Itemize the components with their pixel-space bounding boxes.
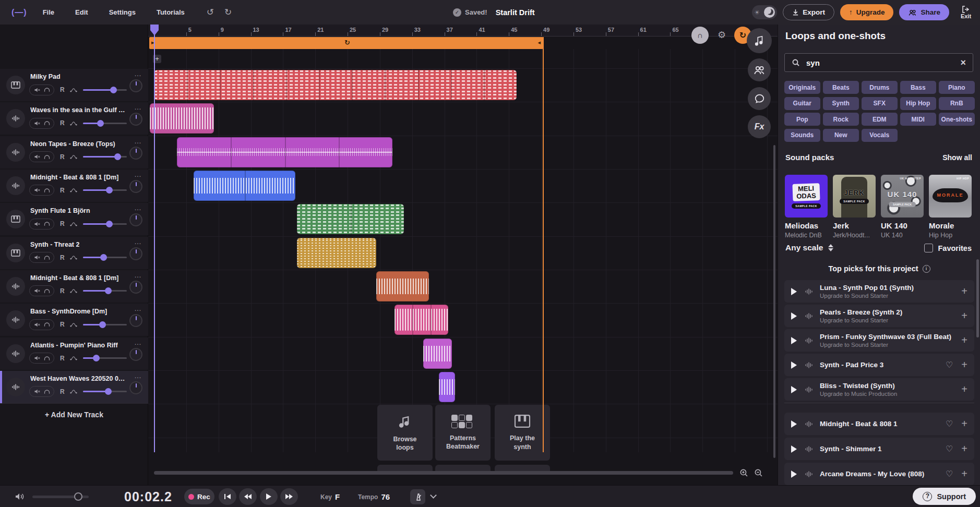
mute-solo-pill[interactable] xyxy=(29,185,54,196)
play-icon[interactable] xyxy=(791,337,797,344)
headphones-icon[interactable] xyxy=(44,255,50,260)
chip-pop[interactable]: Pop xyxy=(784,113,820,126)
sound-pack[interactable]: HIP HOPMORALEMoraleHip Hop xyxy=(929,175,972,239)
playhead-line[interactable] xyxy=(154,25,155,452)
chip-sfx[interactable]: SFX xyxy=(862,97,898,110)
audio-clip[interactable] xyxy=(194,171,295,201)
pan-knob[interactable] xyxy=(129,281,142,294)
app-logo[interactable]: (—) xyxy=(11,8,27,17)
zoom-in-button[interactable] xyxy=(739,468,748,479)
track-name[interactable]: Milky Pad xyxy=(30,73,61,80)
headphones-icon[interactable] xyxy=(44,221,50,226)
pan-knob[interactable] xyxy=(129,147,142,160)
mute-solo-pill[interactable] xyxy=(29,386,54,397)
mute-solo-pill[interactable] xyxy=(29,319,54,330)
loop-list-item[interactable]: Pearls - Breeze (Synth 2)Upgrade to Soun… xyxy=(784,305,974,327)
audio-clip[interactable] xyxy=(376,271,429,301)
audio-clip[interactable] xyxy=(439,372,455,402)
loop-list-item[interactable]: Synth - Shimmer 1♡+ xyxy=(784,438,974,460)
loop-list-item[interactable]: Luna - Synth Pop 01 (Synth)Upgrade to So… xyxy=(784,280,974,303)
timeline-area[interactable]: 591317212529333741454953576165 ▸ ↻ ◂ + ∩… xyxy=(148,25,778,485)
loop-list-item[interactable]: Synth - Pad Price 3♡+ xyxy=(784,354,974,376)
track-row[interactable]: Atlantis - Pumpin' Piano Riff…R xyxy=(0,337,148,370)
track-options-icon[interactable]: … xyxy=(134,237,142,246)
chip-drums[interactable]: Drums xyxy=(862,81,898,94)
audio-clip[interactable] xyxy=(423,339,452,369)
volume-slider[interactable] xyxy=(83,357,127,359)
mute-icon[interactable] xyxy=(34,120,40,126)
chip-guitar[interactable]: Guitar xyxy=(784,97,820,110)
mute-solo-pill[interactable] xyxy=(29,151,54,162)
pan-knob[interactable] xyxy=(129,381,142,394)
chat-button[interactable] xyxy=(748,87,771,110)
track-instrument-icon[interactable] xyxy=(6,310,25,329)
instruments-button[interactable] xyxy=(747,28,772,53)
volume-slider[interactable] xyxy=(83,290,127,292)
pan-knob[interactable] xyxy=(129,213,142,226)
zoom-out-button[interactable] xyxy=(754,468,763,479)
add-loop-icon[interactable]: + xyxy=(961,383,967,395)
record-button[interactable]: Rec xyxy=(184,489,214,504)
sound-pack[interactable]: MELIODASSAMPLE PACKMeliodasMelodic DnB xyxy=(785,175,828,239)
promo-card-browse[interactable]: Browseloops xyxy=(377,405,433,461)
track-options-icon[interactable]: … xyxy=(134,203,142,212)
volume-knob[interactable] xyxy=(105,287,112,294)
volume-knob[interactable] xyxy=(97,120,104,127)
pack-name[interactable]: UK 140 xyxy=(881,221,924,230)
automation-button[interactable] xyxy=(70,389,77,394)
vertical-scrollbar[interactable] xyxy=(773,145,775,458)
key-selector[interactable]: Key F xyxy=(320,492,340,501)
track-name[interactable]: Waves in the sea in the Gulf of M... xyxy=(30,106,128,114)
pack-cover[interactable]: HIP HOPMORALE xyxy=(929,175,972,218)
chip-originals[interactable]: Originals xyxy=(784,81,820,94)
add-loop-icon[interactable]: + xyxy=(961,359,967,371)
record-arm-button[interactable]: R xyxy=(60,254,65,261)
chip-new[interactable]: New xyxy=(823,129,859,142)
track-options-icon[interactable]: … xyxy=(134,137,142,145)
any-scale-dropdown[interactable]: Any scale xyxy=(785,243,833,252)
collaboration-button[interactable] xyxy=(748,58,771,81)
pack-cover[interactable]: MELIODASSAMPLE PACK xyxy=(785,175,828,218)
track-options-icon[interactable]: … xyxy=(134,170,142,178)
heart-icon[interactable]: ♡ xyxy=(946,360,953,370)
exit-button[interactable]: Exit xyxy=(957,6,975,19)
track-options-icon[interactable]: … xyxy=(134,103,142,111)
track-instrument-icon[interactable] xyxy=(6,210,25,228)
track-row[interactable]: Synth Flute 1 Björn…R xyxy=(0,203,148,235)
volume-knob[interactable] xyxy=(106,221,113,227)
rewind-button[interactable] xyxy=(239,488,257,505)
headphones-icon[interactable] xyxy=(44,154,50,160)
track-instrument-icon[interactable] xyxy=(6,143,25,162)
track-row[interactable]: Waves in the sea in the Gulf of M...…R xyxy=(0,102,148,135)
volume-slider[interactable] xyxy=(83,391,127,392)
pan-knob[interactable] xyxy=(129,180,142,193)
chip-one-shots[interactable]: One-shots xyxy=(939,113,975,126)
track-row[interactable]: West Haven Waves 220520 0085…R xyxy=(0,371,148,403)
pan-knob[interactable] xyxy=(129,247,142,260)
volume-slider[interactable] xyxy=(83,189,127,191)
track-options-icon[interactable]: … xyxy=(134,271,142,279)
mute-icon[interactable] xyxy=(34,288,40,294)
play-button[interactable] xyxy=(260,488,278,505)
add-loop-icon[interactable]: + xyxy=(961,468,967,480)
pack-name[interactable]: Jerk xyxy=(833,221,876,230)
loop-list-item[interactable]: Bliss - Twisted (Synth)Upgrade to Music … xyxy=(784,378,974,401)
record-arm-button[interactable]: R xyxy=(60,187,65,194)
headphones-icon[interactable] xyxy=(44,356,50,361)
track-instrument-icon[interactable] xyxy=(6,378,25,396)
mute-solo-pill[interactable] xyxy=(29,219,54,230)
play-icon[interactable] xyxy=(791,420,797,428)
loop-search-box[interactable]: × xyxy=(784,53,973,72)
play-icon[interactable] xyxy=(791,386,797,393)
panel-scrollbar[interactable] xyxy=(976,259,979,337)
chip-vocals[interactable]: Vocals xyxy=(862,129,898,142)
track-name[interactable]: West Haven Waves 220520 0085 xyxy=(30,375,128,382)
pack-cover[interactable]: JERKSAMPLE PACK xyxy=(833,175,876,218)
share-button[interactable]: Share xyxy=(899,4,949,20)
track-name[interactable]: Bass - SynthDrome [Dm] xyxy=(30,308,107,315)
mute-solo-pill[interactable] xyxy=(29,285,54,296)
track-instrument-icon[interactable] xyxy=(6,109,25,128)
menu-item-tutorials[interactable]: Tutorials xyxy=(157,8,185,16)
automation-button[interactable] xyxy=(70,322,77,328)
horizontal-scrollbar[interactable] xyxy=(154,471,733,475)
